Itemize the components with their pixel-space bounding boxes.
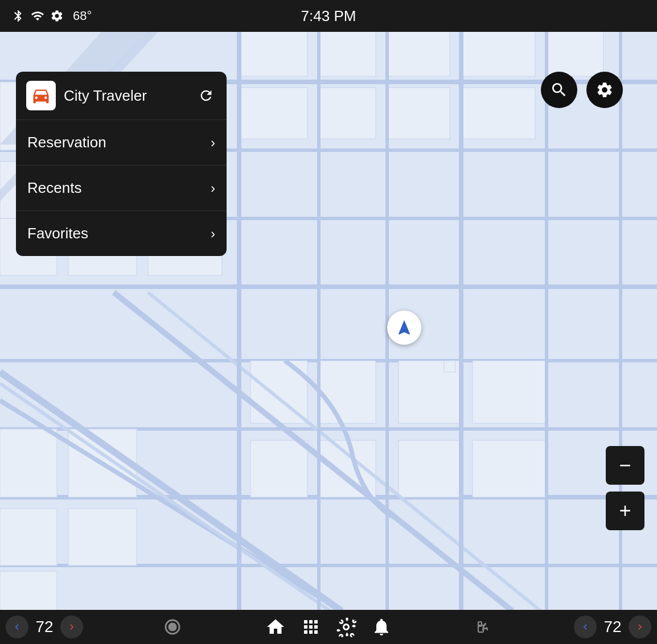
recents-chevron: › (211, 180, 215, 196)
svg-rect-1 (239, 32, 307, 76)
bottom-bar: 72 (0, 610, 657, 644)
recents-menu-item[interactable]: Recents › (16, 166, 227, 211)
svg-rect-2 (319, 32, 376, 76)
svg-rect-8 (387, 88, 450, 139)
favorites-menu-item[interactable]: Favorites › (16, 211, 227, 256)
right-temp-control: 72 (574, 616, 651, 638)
status-bar: 68° 7:43 PM (0, 0, 657, 32)
temperature-display: 68° (73, 9, 92, 23)
right-temp-value: 72 (599, 618, 626, 636)
svg-rect-39 (399, 440, 461, 497)
svg-rect-52 (444, 361, 455, 372)
svg-rect-60 (478, 622, 482, 626)
svg-rect-31 (68, 509, 137, 565)
right-temp-increase[interactable] (629, 616, 651, 638)
right-seat-heat-button[interactable] (471, 613, 499, 641)
left-temp-value: 72 (31, 618, 58, 636)
svg-rect-6 (239, 88, 307, 139)
svg-rect-5 (547, 32, 603, 76)
zoom-out-button[interactable]: − (606, 446, 644, 485)
notifications-button[interactable] (367, 613, 396, 641)
zoom-in-button[interactable]: + (606, 492, 644, 530)
settings-status-icon (50, 9, 64, 23)
search-button[interactable] (541, 72, 577, 108)
svg-rect-30 (0, 509, 57, 565)
reservation-chevron: › (211, 135, 215, 151)
svg-rect-7 (319, 88, 376, 139)
svg-rect-35 (251, 440, 307, 497)
reservation-menu-item[interactable]: Reservation › (16, 120, 227, 166)
right-temp-decrease[interactable] (574, 616, 597, 638)
settings-button[interactable] (586, 72, 623, 108)
left-temp-decrease[interactable] (6, 616, 28, 638)
left-temp-control: 72 (6, 616, 83, 638)
panel-title: City Traveler (64, 87, 188, 105)
apps-button[interactable] (297, 613, 325, 641)
home-button[interactable] (261, 613, 290, 641)
svg-rect-34 (319, 361, 376, 423)
svg-rect-3 (387, 32, 450, 76)
app-panel: City Traveler Reservation › Recents › Fa… (16, 72, 227, 256)
map-area: City Traveler Reservation › Recents › Fa… (0, 32, 657, 610)
refresh-button[interactable] (196, 85, 216, 106)
reservation-label: Reservation (27, 134, 106, 151)
bluetooth-icon (11, 9, 25, 23)
favorites-label: Favorites (27, 225, 88, 242)
location-marker (387, 311, 421, 345)
app-icon-box (26, 81, 56, 110)
favorites-chevron: › (211, 226, 215, 242)
status-left: 68° (11, 9, 92, 23)
climate-button[interactable] (332, 613, 360, 641)
svg-rect-32 (0, 571, 57, 610)
svg-rect-9 (461, 88, 535, 139)
svg-rect-28 (0, 429, 57, 497)
signal-icon (31, 9, 44, 23)
recents-label: Recents (27, 179, 81, 197)
svg-rect-38 (473, 361, 547, 423)
left-temp-increase[interactable] (60, 616, 83, 638)
svg-rect-40 (473, 440, 547, 497)
panel-header: City Traveler (16, 72, 227, 120)
left-seat-heat-button[interactable] (158, 613, 187, 641)
bottom-center-controls (261, 613, 396, 641)
svg-rect-4 (461, 32, 535, 76)
time-display: 7:43 PM (301, 7, 356, 25)
